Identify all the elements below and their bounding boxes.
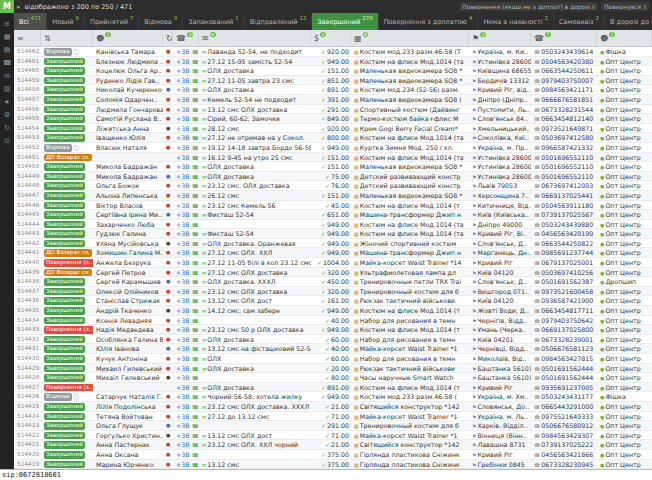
table-row[interactable]: 514423 Завершений Ольга Глущук ● +3В ☎ ✓…	[14, 421, 652, 431]
phone-short[interactable]: +3В ☎	[173, 124, 199, 133]
status-badge[interactable]: Завершений	[44, 297, 85, 305]
phone-number[interactable]: 0501691562444	[541, 365, 593, 372]
phone-number[interactable]: 0936587421900	[541, 297, 593, 304]
customer-name[interactable]: Горгулько Христин..	[93, 431, 163, 440]
status-badge[interactable]: Завершений	[44, 192, 85, 200]
table-row[interactable]: 514450 Завершений Микола Бадражан ● +3В …	[14, 162, 652, 172]
phone-short[interactable]: +3В ☎	[173, 47, 199, 56]
table-row[interactable]: 514441 ДО Возврат ск. Хомишин Галина М..…	[14, 248, 652, 258]
phone-short[interactable]: +3В ☎	[173, 392, 199, 401]
phone-number[interactable]: 0501691562444	[541, 374, 593, 381]
status-badge[interactable]: Завершений	[44, 317, 85, 325]
table-row[interactable]: 514446 Завершений Віктор Власов ● +3В ☎ …	[14, 201, 652, 211]
table-row[interactable]: 514457 Завершений Соломія Одарчен.. ● +3…	[14, 95, 652, 105]
customer-name[interactable]: Захарченко Люба	[93, 220, 163, 229]
customer-name[interactable]: Николай Кучеренко	[93, 85, 163, 94]
status-tab[interactable]: Відмова9	[139, 13, 183, 30]
phone-short[interactable]: +3В ☎	[173, 344, 199, 353]
table-row[interactable]: 514444 Завершений Захарченко Люба ● +3В …	[14, 220, 652, 230]
customer-name[interactable]: Лілія Подолінська	[93, 402, 163, 411]
status-badge[interactable]: Завершений	[44, 355, 85, 363]
customer-name[interactable]: Сергей Карамышев	[93, 277, 163, 286]
table-row[interactable]: 514440 Повернення (з.. Анжела Безрука ● …	[14, 258, 652, 268]
phone-number[interactable]: 0504563420380	[541, 58, 593, 65]
phone-number[interactable]: 0666676581851	[541, 96, 593, 103]
phone-short[interactable]: +3В ☎	[173, 229, 199, 238]
customer-name[interactable]: Віктор Власов	[93, 201, 163, 210]
status-badge[interactable]: Завершений	[44, 115, 85, 123]
column-header-menu-icon[interactable]: ≡	[14, 30, 41, 46]
phone-short[interactable]: +3В ☎	[173, 201, 199, 210]
status-badge[interactable]: Повернення (з..	[44, 326, 93, 334]
column-header-customers-icon[interactable]: ☻2	[93, 30, 163, 46]
phone-short[interactable]: +3В ☎	[173, 287, 199, 296]
phone-number[interactable]: 0979403750642	[541, 317, 593, 324]
phone-short[interactable]: +3В ☎	[173, 364, 199, 373]
table-row[interactable]: 514421 Завершений Анна Пастернак ● +3В ☎…	[14, 440, 652, 450]
table-row[interactable]: 514452 Відмоваⓘ Власюк Наталя ● +3В ☎ ✉1…	[14, 143, 652, 153]
customer-name[interactable]: Кучук Антоніна	[93, 354, 163, 363]
status-badge[interactable]: Відмова	[44, 393, 72, 401]
status-badge[interactable]: Завершений	[44, 86, 85, 94]
status-tab[interactable]: Завершений278	[312, 13, 378, 30]
phone-short[interactable]: +3В ☎	[173, 85, 199, 94]
phone-short[interactable]: +3В ☎	[173, 239, 199, 248]
phone-number[interactable]: 0984563429307	[541, 432, 593, 439]
phone-number[interactable]: 0503697410256	[541, 269, 593, 276]
status-badge[interactable]: Завершений	[44, 432, 85, 440]
phone-number[interactable]: 0673328231544	[541, 106, 593, 113]
phone-short[interactable]: +3В ☎	[173, 210, 199, 219]
customer-name[interactable]: Сатарчук Наталія Г..	[93, 392, 163, 401]
phone-number[interactable]: 0669137025441	[541, 192, 593, 199]
status-badge[interactable]: Завершений	[44, 288, 85, 296]
phone-short[interactable]: +3В ☎	[173, 153, 199, 162]
table-row[interactable]: 514428 Завершений Михаїл Гилевський ● +3…	[14, 373, 652, 383]
phone-number[interactable]: 0679137025001	[541, 259, 593, 266]
table-row[interactable]: 514422 Завершений Горгулько Христин.. ● …	[14, 431, 652, 441]
status-badge[interactable]: Відмова	[44, 48, 72, 56]
customer-name[interactable]	[93, 153, 163, 162]
status-badge[interactable]: Завершений	[44, 106, 85, 114]
status-badge[interactable]: Завершений	[44, 202, 85, 210]
table-row[interactable]: 514431 Завершений Юлія Іванова ● +3В ☎ ✉…	[14, 344, 652, 354]
stats-icon[interactable]: ▥	[4, 86, 11, 93]
phone-number[interactable]: 0973521600458	[541, 288, 593, 295]
customer-name[interactable]: Альона Липенська	[93, 191, 163, 200]
customer-name[interactable]: Ольга Божок	[93, 181, 163, 190]
table-row[interactable]: 514448 Завершений Ольга Божок ● +3В ☎ ✉2…	[14, 181, 652, 191]
phone-number[interactable]: 0665443291000	[541, 403, 593, 410]
phone-short[interactable]: +3В ☎	[173, 114, 199, 123]
phone-number[interactable]: 0984563427815	[541, 355, 593, 362]
table-row[interactable]: 514442 Завершений Уляна Мусійовська ● +3…	[14, 239, 652, 249]
table-row[interactable]: 514449 Завершений Микола Бадражан ● +3В …	[14, 172, 652, 182]
phone-short[interactable]: +3В ☎	[173, 402, 199, 411]
status-badge[interactable]: ДО Возврат ск.	[44, 249, 92, 257]
phone-icon[interactable]: ☎	[3, 60, 12, 67]
phone-short[interactable]: +3В ☎	[173, 172, 199, 181]
status-badge[interactable]: Завершений	[44, 58, 85, 66]
status-badge[interactable]: Завершений	[44, 221, 85, 229]
settings-icon[interactable]: ⚙	[4, 112, 10, 119]
status-badge[interactable]: Завершений	[44, 67, 85, 75]
customer-name[interactable]: Анжела Безрука	[93, 258, 163, 267]
column-header-refresh-icon[interactable]: ↻	[163, 30, 173, 46]
phone-number[interactable]: 0503243431177	[541, 393, 593, 400]
dashboard-icon[interactable]: ▦	[4, 34, 11, 41]
table-row[interactable]: 514461 Завершений Блезнюк Людмила .. ● +…	[14, 57, 652, 67]
phone-short[interactable]: +3В ☎	[173, 354, 199, 363]
status-badge[interactable]: ДО Возврат ск.	[44, 154, 92, 162]
customer-name[interactable]: Сергей Петров	[93, 268, 163, 277]
phone-number[interactable]: 0504563911180	[541, 202, 593, 209]
customer-name[interactable]: Михаїл Гилевський	[93, 373, 163, 382]
customer-name[interactable]: Микола Бадражан	[93, 172, 163, 181]
status-badge[interactable]: Завершений	[44, 345, 85, 353]
customer-name[interactable]: Андрій Ткаченко	[93, 306, 163, 315]
phone-number[interactable]: 0973521649871	[541, 125, 593, 132]
status-badge[interactable]: Завершений	[44, 163, 85, 171]
table-row[interactable]: 514427 Повернення (з.. +3В ☎ ✉ОЛХ достав…	[14, 383, 652, 393]
phone-short[interactable]: +3В ☎	[173, 143, 199, 152]
phone-short[interactable]: +3В ☎	[173, 306, 199, 315]
customer-name[interactable]: Самотій Руслана В..	[93, 114, 163, 123]
phone-short[interactable]: +3В ☎	[173, 440, 199, 449]
status-tab[interactable]: Новий6	[47, 13, 85, 30]
